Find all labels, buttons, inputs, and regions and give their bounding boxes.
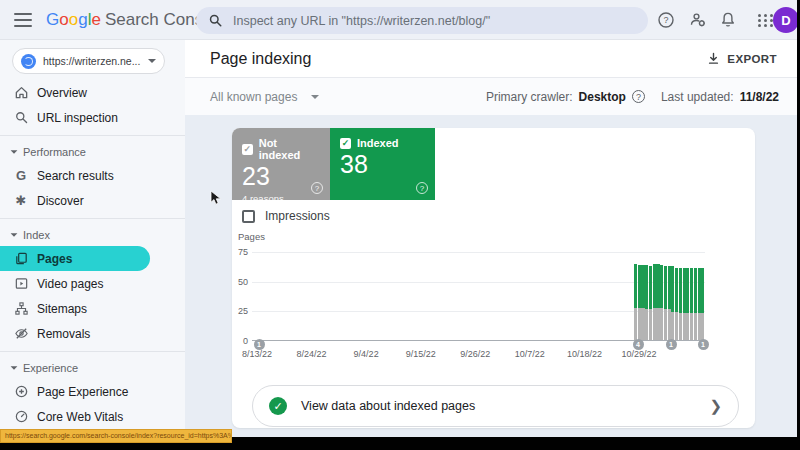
sidebar-item-page-experience[interactable]: Page Experience	[0, 379, 185, 404]
chart-bar-10/23/22	[641, 265, 644, 340]
google-logo-text: Google	[46, 10, 101, 29]
sidebar-item-video-pages[interactable]: Video pages	[0, 271, 185, 296]
not-indexed-bar-segment	[679, 313, 682, 340]
scope-dropdown[interactable]: All known pages	[210, 90, 319, 104]
export-button[interactable]: EXPORT	[707, 52, 777, 65]
chart-event-badge[interactable]: 1	[698, 339, 709, 350]
svg-text:?: ?	[663, 15, 668, 25]
not-indexed-bar-segment	[671, 312, 674, 340]
sidebar-item-label: Overview	[37, 86, 87, 100]
not-indexed-bar-segment	[694, 313, 697, 340]
chart-event-badge[interactable]: 1	[254, 339, 265, 350]
export-label: EXPORT	[727, 53, 777, 65]
divider	[0, 135, 185, 136]
menu-icon[interactable]	[14, 13, 32, 27]
chart-bar-11/7/22	[698, 268, 701, 340]
avatar[interactable]: D	[773, 7, 799, 33]
chart-bar-11/1/22	[675, 268, 678, 340]
primary-crawler-value: Desktop	[579, 90, 626, 104]
y-tick-label: 75	[234, 247, 248, 257]
view-indexed-data-label: View data about indexed pages	[301, 399, 475, 413]
section-experience[interactable]: Experience	[0, 357, 185, 379]
main-content: Page indexing EXPORT All known pages Pri…	[185, 40, 797, 437]
indexed-bar-segment	[645, 265, 648, 309]
sidebar-item-discover[interactable]: ✱ Discover	[0, 188, 185, 213]
sitemaps-icon	[13, 301, 29, 317]
section-performance[interactable]: Performance	[0, 141, 185, 163]
sidebar-item-url-inspection[interactable]: URL inspection	[0, 105, 185, 130]
indexed-bar-segment	[686, 268, 689, 313]
not-indexed-reasons: 4 reasons	[242, 193, 320, 204]
impressions-toggle[interactable]: Impressions	[242, 209, 330, 223]
not-indexed-bar-segment	[649, 309, 652, 340]
video-pages-icon	[13, 276, 29, 292]
not-indexed-bar-segment	[638, 308, 641, 340]
not-indexed-bar-segment	[653, 308, 656, 340]
gridline	[252, 252, 705, 253]
sidebar-item-label: Pages	[37, 252, 72, 266]
page-experience-icon	[13, 384, 29, 400]
top-bar: GoogleSearch Console ? D	[0, 0, 797, 40]
chart-bar-10/31/22	[671, 266, 674, 340]
not-indexed-bar-segment	[690, 313, 693, 340]
sidebar-item-search-results[interactable]: G Search results	[0, 163, 185, 188]
chart-bar-10/25/22	[649, 266, 652, 340]
crawler-help-icon[interactable]: ?	[632, 90, 645, 103]
page-title: Page indexing	[210, 50, 311, 68]
download-icon	[707, 52, 720, 65]
search-input[interactable]	[233, 14, 636, 28]
checkbox-checked-icon[interactable]: ✓	[340, 138, 351, 149]
checkbox-checked-icon[interactable]: ✓	[242, 144, 253, 155]
help-icon[interactable]: ?	[416, 182, 428, 194]
checkbox-unchecked-icon[interactable]	[242, 210, 255, 223]
property-url: https://writerzen.ne...	[43, 55, 148, 67]
not-indexed-bar-segment	[698, 313, 701, 340]
x-tick-label: 8/24/22	[288, 349, 336, 359]
property-icon	[21, 54, 36, 69]
sidebar-item-pages[interactable]: Pages	[0, 246, 150, 271]
not-indexed-label: Not indexed	[259, 137, 320, 161]
help-icon[interactable]: ?	[311, 182, 323, 194]
section-index[interactable]: Index	[0, 224, 185, 246]
filter-bar: All known pages Primary crawler: Desktop…	[185, 77, 797, 115]
indexed-bar-segment	[694, 268, 697, 313]
chevron-down-icon	[311, 95, 319, 99]
not-indexed-bar-segment	[641, 308, 644, 340]
indexed-bar-segment	[668, 266, 671, 309]
sidebar-item-overview[interactable]: Overview	[0, 80, 185, 105]
search-icon	[208, 13, 223, 28]
indexed-bar-segment	[664, 266, 667, 309]
chart-event-badge[interactable]: 1	[666, 339, 677, 350]
chart-bar-11/8/22	[701, 268, 704, 340]
eye-off-icon	[13, 326, 29, 342]
not-indexed-bar-segment	[645, 309, 648, 340]
sidebar-item-sitemaps[interactable]: Sitemaps	[0, 296, 185, 321]
indexed-card[interactable]: ✓ Indexed 38 ?	[330, 128, 435, 200]
not-indexed-card[interactable]: ✓ Not indexed 23 4 reasons ?	[232, 128, 330, 200]
chart-event-badge[interactable]: 4	[633, 339, 644, 350]
not-indexed-bar-segment	[660, 308, 663, 340]
user-settings-icon[interactable]	[686, 8, 710, 32]
indexed-bar-segment	[671, 266, 674, 311]
property-selector[interactable]: https://writerzen.ne...	[12, 48, 165, 74]
x-tick-label: 9/15/22	[397, 349, 445, 359]
notifications-bell-icon[interactable]	[716, 8, 740, 32]
indexed-bar-segment	[698, 268, 701, 313]
sidebar: https://writerzen.ne... Overview URL ins…	[0, 40, 185, 437]
section-label: Experience	[23, 362, 78, 374]
y-tick-label: 25	[234, 306, 248, 316]
url-inspect-searchbar[interactable]	[196, 7, 648, 34]
help-icon[interactable]: ?	[654, 8, 678, 32]
sidebar-item-core-web-vitals[interactable]: Core Web Vitals	[0, 404, 185, 429]
y-axis-title: Pages	[238, 231, 265, 242]
section-label: Index	[23, 229, 50, 241]
pages-icon	[13, 251, 29, 267]
not-indexed-count: 23	[242, 164, 320, 189]
sidebar-item-removals[interactable]: Removals	[0, 321, 185, 346]
primary-crawler-label: Primary crawler:	[486, 90, 573, 104]
page-header: Page indexing EXPORT	[185, 40, 797, 77]
not-indexed-bar-segment	[664, 309, 667, 340]
indexed-bar-segment	[660, 265, 663, 308]
view-indexed-data-button[interactable]: ✓ View data about indexed pages ❯	[252, 385, 739, 427]
indexed-count: 38	[340, 152, 425, 177]
